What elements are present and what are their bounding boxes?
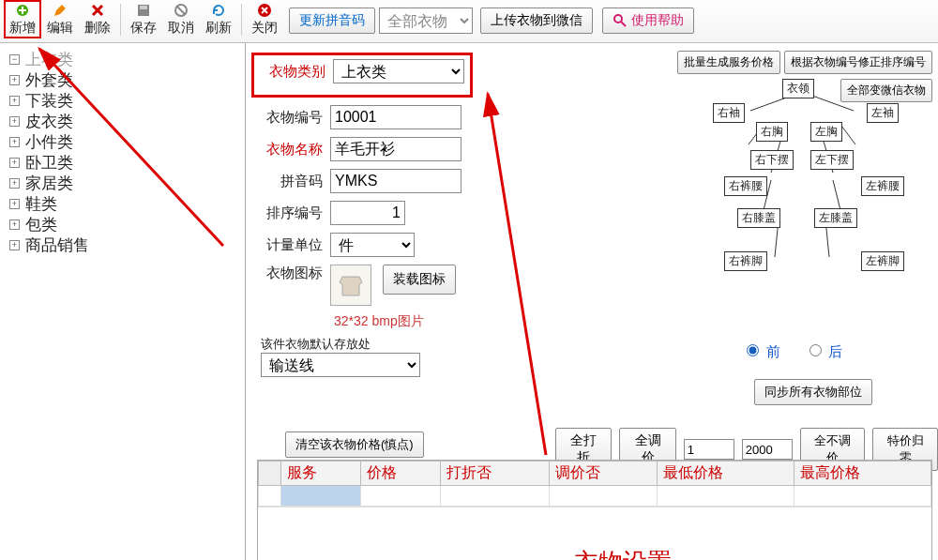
upload-wx-button[interactable]: 上传衣物到微信 [480,8,593,34]
code-input[interactable] [330,105,461,129]
cancel-icon [174,3,189,18]
refresh-button[interactable]: 刷新 [200,0,237,38]
clothes-form: 衣物类别 上衣类 衣物编号 衣物名称 拼音码 排序编号 计量单位 件 [257,53,473,377]
expand-icon[interactable]: + [9,158,20,168]
edit-label: 编辑 [47,20,73,37]
delete-button[interactable]: 删除 [79,0,116,38]
delete-label: 删除 [84,20,111,37]
expand-icon[interactable]: + [9,178,20,189]
diag-rknee[interactable]: 右膝盖 [737,208,780,228]
all-clothes-select[interactable]: 全部衣物 [379,8,473,34]
diag-lsleeve[interactable]: 左袖 [867,103,899,123]
col-discount: 打折否 [441,462,550,486]
tree-item-6[interactable]: +家居类 [4,173,241,193]
save-label: 保存 [130,20,157,37]
tree-item-5[interactable]: +卧卫类 [4,152,241,173]
pinyin-label: 拼音码 [257,173,323,190]
sync-parts-button[interactable]: 同步所有衣物部位 [754,379,872,405]
expand-icon[interactable]: + [9,137,20,147]
tree-item-2[interactable]: +下装类 [4,90,241,111]
col-price: 价格 [361,462,441,486]
icon-hint: 32*32 bmp图片 [334,313,473,330]
refresh-icon [211,3,226,18]
main-pane: 批量生成服务价格 根据衣物编号修正排序编号 全部变微信衣物 衣物类别 上衣类 衣… [246,43,938,560]
col-service: 服务 [281,462,361,486]
tree-item-3[interactable]: +皮衣类 [4,111,241,131]
svg-rect-2 [140,6,147,9]
diag-rchest[interactable]: 右胸 [756,122,788,142]
col-min: 最低价格 [658,462,794,486]
default-place-label: 该件衣物默认存放处 [261,336,473,353]
diag-rsleeve[interactable]: 右袖 [713,103,745,123]
cancel-label: 取消 [168,20,194,37]
delete-icon [90,3,105,18]
price-v1[interactable] [684,439,734,460]
tree-item-7[interactable]: +鞋类 [4,193,241,214]
sort-label: 排序编号 [257,204,323,222]
tree-item-0[interactable]: −上衣类 [4,49,241,69]
add-button[interactable]: 新增 [4,0,41,38]
expand-icon[interactable]: + [9,219,20,230]
tree-item-1[interactable]: +外套类 [4,69,241,90]
expand-icon[interactable]: + [9,116,20,127]
tree-item-4[interactable]: +小件类 [4,131,241,152]
category-select[interactable]: 上衣类 [333,59,464,83]
fix-order-button[interactable]: 根据衣物编号修正排序编号 [784,51,932,74]
batch-price-button[interactable]: 批量生成服务价格 [677,51,780,74]
save-button[interactable]: 保存 [125,0,162,38]
category-label: 衣物类别 [260,63,325,81]
diag-rfoot[interactable]: 右裤脚 [724,251,767,271]
unit-label: 计量单位 [257,236,323,254]
default-place-select[interactable]: 输送线 [261,353,420,377]
name-input[interactable] [330,137,461,161]
diag-lfoot[interactable]: 左裤脚 [861,251,904,271]
save-icon [136,3,151,18]
category-tree: −上衣类+外套类+下装类+皮衣类+小件类+卧卫类+家居类+鞋类+包类+商品销售 [0,43,246,560]
load-icon-button[interactable]: 装载图标 [383,265,456,295]
search-icon [613,13,628,28]
add-label: 新增 [9,20,36,37]
clear-price-button[interactable]: 清空该衣物价格(慎点) [285,431,424,458]
close-icon [257,3,272,18]
col-max: 最高价格 [794,462,931,486]
name-label: 衣物名称 [257,141,323,159]
main-toolbar: 新增 编辑 删除 保存 取消 刷新 关闭 更新拼音码 全部衣物 上传衣物到微信 … [0,0,938,43]
diag-rwaist[interactable]: 右裤腰 [724,176,767,196]
edit-icon [53,3,68,18]
col-adjust: 调价否 [549,462,658,486]
pinyin-input[interactable] [330,169,461,193]
diag-lknee[interactable]: 左膝盖 [814,208,857,228]
add-icon [15,3,30,18]
expand-icon[interactable]: − [9,54,20,65]
icon-preview [330,265,371,306]
table-row[interactable] [259,486,931,507]
expand-icon[interactable]: + [9,75,20,85]
diag-lhem[interactable]: 左下摆 [810,150,854,170]
close-label: 关闭 [251,20,278,37]
tree-item-9[interactable]: +商品销售 [4,235,241,255]
expand-icon[interactable]: + [9,199,20,209]
price-v2[interactable] [742,439,793,460]
diag-rhem[interactable]: 右下摆 [750,150,794,170]
expand-icon[interactable]: + [9,240,20,250]
diag-lchest[interactable]: 左胸 [810,122,842,142]
page-title: 衣物设置 [574,546,672,560]
refresh-label: 刷新 [205,20,232,37]
sort-input[interactable] [330,201,405,225]
radio-front[interactable]: 前 [742,343,779,359]
diag-lwaist[interactable]: 左裤腰 [861,176,904,196]
edit-button[interactable]: 编辑 [41,0,79,38]
body-diagram: 衣领 右袖 左袖 右胸 左胸 右下摆 左下摆 右裤腰 左裤腰 右膝盖 左膝盖 右… [685,79,919,285]
radio-back[interactable]: 后 [805,343,842,359]
expand-icon[interactable]: + [9,96,20,106]
close-button[interactable]: 关闭 [246,0,283,38]
help-button[interactable]: 使用帮助 [602,8,694,34]
tree-item-8[interactable]: +包类 [4,214,241,235]
update-pinyin-button[interactable]: 更新拼音码 [289,8,375,34]
svg-point-5 [614,15,622,23]
code-label: 衣物编号 [257,109,323,127]
diag-collar[interactable]: 衣领 [782,79,814,98]
price-grid[interactable]: 服务 价格 打折否 调价否 最低价格 最高价格 [257,460,932,560]
unit-select[interactable]: 件 [330,233,415,257]
cancel-button[interactable]: 取消 [162,0,200,38]
